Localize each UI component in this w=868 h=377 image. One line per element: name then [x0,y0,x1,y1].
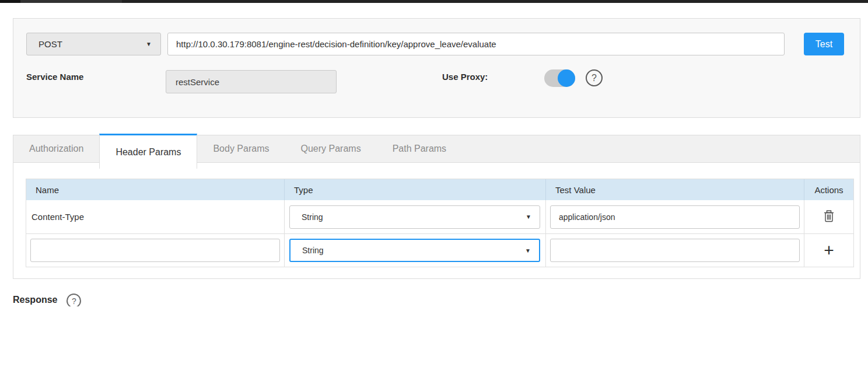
request-url-input[interactable] [167,33,785,55]
chevron-down-icon: ▼ [146,41,152,47]
column-header-type: Type [285,179,546,200]
service-name-label: Service Name [26,72,83,82]
proxy-help-icon[interactable]: ? [586,69,603,86]
toggle-thumb [558,69,575,87]
param-test-value-input[interactable] [550,205,800,229]
param-test-value-input[interactable] [550,239,800,262]
tab-body-params[interactable]: Body Params [197,135,285,162]
column-header-test-value: Test Value [546,179,804,200]
column-header-name: Name [26,179,285,200]
window-top-bar-segment [20,0,122,3]
use-proxy-toggle[interactable] [544,69,575,87]
param-type-value: String [302,212,323,222]
header-params-panel: Name Type Test Value Actions Content-Typ… [13,162,860,279]
http-method-select[interactable]: POST ▼ [26,33,161,55]
plus-icon: + [824,242,834,259]
params-table: Name Type Test Value Actions Content-Typ… [26,179,854,267]
response-label: Response [13,294,57,305]
window-top-bar [0,0,868,3]
table-row: Content-Type String ▼ [26,200,853,233]
service-name-input[interactable] [166,70,337,93]
param-type-value: String [302,246,324,255]
tab-authorization[interactable]: Authorization [13,135,99,162]
http-method-value: POST [38,39,62,49]
tab-query-params[interactable]: Query Params [285,135,376,162]
param-name-input[interactable] [30,239,280,262]
column-header-actions: Actions [804,179,853,200]
use-proxy-label: Use Proxy: [442,72,488,82]
tab-path-params[interactable]: Path Params [377,135,462,162]
trash-icon [823,210,835,225]
param-type-select-focused[interactable]: String ▼ [289,239,540,262]
tab-header-params[interactable]: Header Params [99,134,197,169]
chevron-down-icon: ▼ [526,214,531,220]
delete-row-button[interactable] [823,210,835,225]
add-row-button[interactable]: + [824,242,834,259]
response-section: Response ? [13,294,81,306]
test-button[interactable]: Test [804,33,844,55]
request-config-panel: POST ▼ Test Service Name Use Proxy: ? [13,18,860,118]
table-header-row: Name Type Test Value Actions [26,179,853,200]
window-top-bar-segment [0,0,20,3]
table-row: String ▼ + [26,233,853,267]
param-type-select[interactable]: String ▼ [289,205,540,229]
chevron-down-icon: ▼ [525,247,531,254]
params-tab-bar: Authorization Header Params Body Params … [13,135,860,162]
param-name-text: Content-Type [26,212,84,222]
response-help-icon[interactable]: ? [66,294,81,306]
